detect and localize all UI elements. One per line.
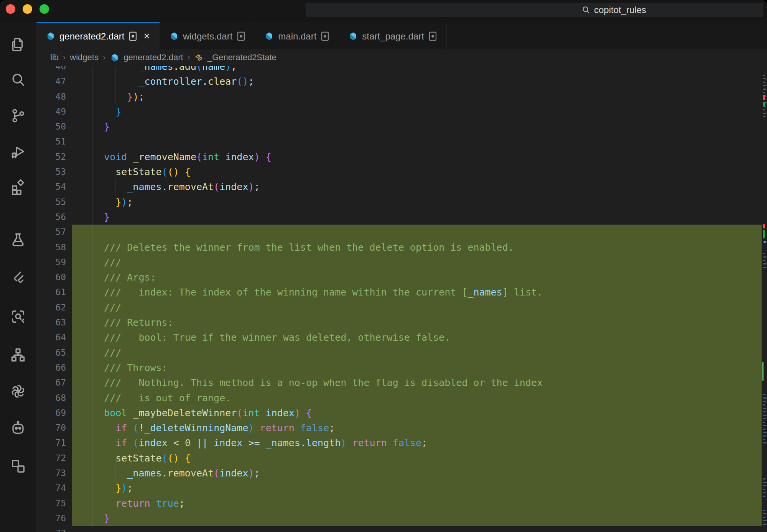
indent-guide: [92, 255, 93, 270]
line-number: 57: [36, 225, 72, 240]
code-line-text: ///: [72, 300, 762, 315]
flutter-icon[interactable]: [9, 269, 27, 287]
line-number: 68: [36, 391, 72, 406]
code-line[interactable]: 46 _names.add(name);: [36, 66, 762, 74]
pinned-tab-icon[interactable]: [428, 31, 437, 41]
minimap[interactable]: [762, 66, 767, 532]
minimap-text-mark: [763, 439, 765, 440]
line-number: 70: [36, 420, 72, 435]
code-line-text: ///: [72, 345, 762, 360]
code-line[interactable]: 72 setState(() {: [36, 451, 762, 466]
indent-guide: [115, 74, 116, 89]
code-line[interactable]: 52 void _removeName(int index) {: [36, 149, 762, 164]
dart-icon: [348, 31, 358, 41]
line-number: 67: [36, 375, 72, 390]
line-number: 60: [36, 270, 72, 285]
testing-icon[interactable]: [9, 231, 27, 249]
code-line[interactable]: 56 }: [36, 210, 762, 225]
minimap-text-mark: [763, 397, 767, 399]
tab-start_page-dart[interactable]: start_page.dart: [339, 22, 446, 49]
source-control-icon[interactable]: [9, 107, 27, 125]
code-line[interactable]: 54 _names.removeAt(index);: [36, 179, 762, 194]
code-line[interactable]: 58 /// Deletes the winner from the list …: [36, 240, 762, 255]
breadcrumb-item-generated2-dart[interactable]: generated2.dart: [123, 53, 183, 62]
code-line[interactable]: 67 /// Nothing. This method is a no-op w…: [36, 375, 762, 390]
code-line[interactable]: 47 _controller.clear();: [36, 74, 762, 89]
code-line[interactable]: 71 if (index < 0 || index >= _names.leng…: [36, 435, 762, 450]
hierarchy-icon[interactable]: [9, 346, 27, 364]
code-line[interactable]: 73 _names.removeAt(index);: [36, 466, 762, 481]
openai-icon[interactable]: [9, 383, 27, 400]
code-line[interactable]: 48 });: [36, 89, 762, 104]
extensions-icon[interactable]: [9, 178, 27, 196]
code-line[interactable]: 64 /// bool: True if the winner was dele…: [36, 330, 762, 345]
indent-guide: [92, 420, 93, 435]
minimap-diff-mark: [763, 230, 765, 238]
line-number: 63: [36, 315, 72, 330]
code-line[interactable]: 50 }: [36, 119, 762, 134]
code-line[interactable]: 53 setState(() {: [36, 164, 762, 179]
code-line[interactable]: 76 }: [36, 511, 762, 526]
code-line[interactable]: 74 });: [36, 481, 762, 496]
line-number: 47: [36, 74, 72, 89]
indent-guide: [115, 466, 116, 481]
breadcrumb-item-lib[interactable]: lib: [50, 53, 59, 62]
code-line[interactable]: 70 if (!_deleteWinningName) return false…: [36, 420, 762, 435]
robot-icon[interactable]: [9, 419, 27, 437]
line-number: 48: [36, 89, 72, 104]
minimap-text-mark: [763, 113, 766, 114]
line-number: 66: [36, 360, 72, 375]
tab-widgets-dart[interactable]: widgets.dart: [160, 22, 255, 49]
minimap-text-mark: [763, 482, 767, 483]
maximize-window-button[interactable]: [40, 4, 49, 14]
tab-generated2-dart[interactable]: generated2.dart✕: [36, 22, 160, 49]
code-line[interactable]: 68 /// is out of range.: [36, 391, 762, 406]
minimap-text-mark: [763, 408, 766, 409]
minimap-text-mark: [763, 418, 766, 419]
code-line[interactable]: 49 }: [36, 104, 762, 119]
indent-guide: [92, 315, 93, 330]
indent-guide: [92, 300, 93, 315]
code-line[interactable]: 65 ///: [36, 345, 762, 360]
minimap-text-mark: [763, 496, 765, 497]
minimap-text-mark: [763, 489, 765, 490]
run-debug-icon[interactable]: [9, 143, 27, 160]
code-line[interactable]: 61 /// index: The index of the winning n…: [36, 285, 762, 300]
indent-guide: [92, 240, 93, 255]
code-editor[interactable]: 46 _names.add(name);47 _controller.clear…: [36, 66, 767, 532]
code-line[interactable]: 62 ///: [36, 300, 762, 315]
pinned-tab-icon[interactable]: [128, 31, 137, 41]
code-line[interactable]: 77: [36, 526, 762, 532]
code-line[interactable]: 59 ///: [36, 255, 762, 270]
pinned-tab-icon[interactable]: [237, 31, 245, 41]
explorer-icon[interactable]: [9, 36, 27, 53]
title-bar: ← → copitot_rules: [0, 0, 767, 22]
minimize-window-button[interactable]: [23, 4, 32, 14]
tab-main-dart[interactable]: main.dart: [255, 22, 339, 49]
screenshot-search-icon[interactable]: [9, 308, 27, 325]
indent-guide: [92, 511, 93, 526]
linked-squares-icon[interactable]: [9, 457, 27, 475]
code-line[interactable]: 60 /// Args:: [36, 270, 762, 285]
code-line[interactable]: 69 bool _maybeDeleteWinner(int index) {: [36, 406, 762, 420]
code-line[interactable]: 75 return true;: [36, 496, 762, 511]
code-line[interactable]: 63 /// Returns:: [36, 315, 762, 330]
code-line-text: return true;: [72, 496, 762, 511]
close-tab-icon[interactable]: ✕: [143, 31, 150, 41]
indent-guide: [92, 134, 93, 149]
breadcrumb-item-widgets[interactable]: widgets: [70, 53, 99, 62]
search-icon[interactable]: [9, 71, 27, 89]
code-line[interactable]: 57: [36, 225, 762, 240]
command-center-search[interactable]: copitot_rules: [306, 3, 763, 17]
indent-guide: [92, 345, 93, 360]
code-line[interactable]: 66 /// Throws:: [36, 360, 762, 375]
breadcrumb-item-_Generated2State[interactable]: _Generated2State: [207, 53, 277, 62]
code-line-text: /// Deletes the winner from the list whe…: [72, 240, 762, 255]
dart-icon: [46, 31, 55, 41]
pinned-tab-icon[interactable]: [321, 31, 329, 41]
code-line[interactable]: 51: [36, 134, 762, 149]
minimap-text-mark: [763, 263, 767, 264]
indent-guide: [104, 466, 104, 481]
close-window-button[interactable]: [6, 4, 15, 14]
code-line[interactable]: 55 });: [36, 195, 762, 210]
